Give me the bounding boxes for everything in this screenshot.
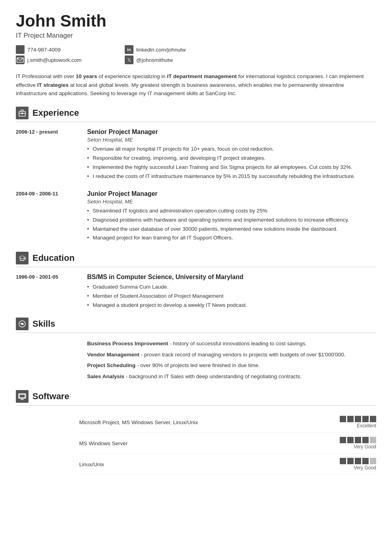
experience-header: Experience xyxy=(16,107,376,122)
skill4-name: Sales Analysis xyxy=(87,373,124,379)
list-item: Vendor Management - proven track record … xyxy=(87,350,376,359)
phone-text: 774-987-4009 xyxy=(27,47,61,53)
exp2-role: Junior Project Manager xyxy=(87,190,376,197)
software-item-1: Microsoft Project, MS Windows Server, Li… xyxy=(79,412,376,433)
exp1-bullets: Oversaw all major hospital IT projects f… xyxy=(87,145,376,181)
software-section: Software Microsoft Project, MS Windows S… xyxy=(16,390,376,475)
dot xyxy=(347,437,354,443)
exp2-content: Junior Project Manager Seton Hospital, M… xyxy=(87,190,376,243)
twitter-icon: 𝕏 xyxy=(125,56,133,64)
contact-twitter: 𝕏 @johnsmithutw xyxy=(125,56,222,64)
rating-dots-1 xyxy=(340,416,376,422)
experience-section: Experience 2006-12 - present Senior Proj… xyxy=(16,107,376,243)
dot xyxy=(362,437,369,443)
software-item-3: Linux/Unix Very Good xyxy=(79,454,376,475)
list-item: Business Process Improvement - history o… xyxy=(87,339,376,348)
rating-dots-3 xyxy=(340,458,376,464)
summary-section: IT Professional with over 10 years of ex… xyxy=(16,72,376,98)
skill3-desc: - over 90% of projects led were finished… xyxy=(137,362,260,368)
education-title: Education xyxy=(32,253,74,263)
software2-label: Very Good xyxy=(354,444,376,450)
skills-section: Skills Business Process Improvement - hi… xyxy=(16,318,376,383)
dot xyxy=(370,416,376,422)
exp2-dates: 2004-09 - 2006-11 xyxy=(16,190,79,243)
dot xyxy=(355,416,361,422)
skills-icon xyxy=(16,318,29,330)
exp1-company: Seton Hospital, ME xyxy=(87,137,376,143)
software3-label: Very Good xyxy=(354,465,376,471)
software1-label: Excellent xyxy=(357,423,376,429)
dot xyxy=(347,458,354,464)
rating-dots-2 xyxy=(340,437,376,443)
list-item: Oversaw all major hospital IT projects f… xyxy=(87,145,376,153)
skill2-name: Vendor Management xyxy=(87,352,139,358)
svg-text:𝕏: 𝕏 xyxy=(127,57,131,63)
education-header: Education xyxy=(16,252,376,267)
list-item: Sales Analysis - background in IT Sales … xyxy=(87,372,376,381)
list-item: Diagnosed problems with hardware and ope… xyxy=(87,216,376,224)
software-header: Software xyxy=(16,390,376,406)
list-item: Managed a student project to develop a w… xyxy=(87,301,376,310)
edu1-degree: BS/MS in Computer Science, University of… xyxy=(87,274,376,281)
edu1-dates: 1996-09 - 2001-05 xyxy=(16,274,79,310)
software2-name: MS Windows Server xyxy=(79,440,337,446)
skills-header: Skills xyxy=(16,318,376,333)
contact-phone: 📞 774-987-4009 xyxy=(16,45,113,54)
software1-rating: Excellent xyxy=(340,416,376,429)
skills-title: Skills xyxy=(32,319,55,329)
exp1-role: Senior Project Manager xyxy=(87,128,376,136)
experience-entry-1: 2006-12 - present Senior Project Manager… xyxy=(16,128,376,182)
list-item: Streamlined IT logistics and administrat… xyxy=(87,207,376,215)
skills-list: Business Process Improvement - history o… xyxy=(87,339,376,383)
dot-empty xyxy=(370,458,376,464)
dot-empty xyxy=(370,437,376,443)
linkedin-icon: in xyxy=(125,45,133,54)
candidate-title: IT Project Manager xyxy=(16,32,376,40)
skill1-name: Business Process Improvement xyxy=(87,341,168,346)
dot xyxy=(347,416,354,422)
contact-linkedin: in linkedin.com/johnutw xyxy=(125,45,222,54)
experience-title: Experience xyxy=(32,108,79,118)
exp1-content: Senior Project Manager Seton Hospital, M… xyxy=(87,128,376,182)
list-item: Member of Student Association of Project… xyxy=(87,292,376,300)
dot xyxy=(340,437,346,443)
software1-name: Microsoft Project, MS Windows Server, Li… xyxy=(79,419,337,425)
phone-icon: 📞 xyxy=(16,45,25,54)
dot xyxy=(362,416,369,422)
skills-content: Business Process Improvement - history o… xyxy=(16,339,376,383)
skill3-name: Project Scheduling xyxy=(87,362,135,368)
linkedin-text: linkedin.com/johnutw xyxy=(136,47,186,53)
education-section: Education 1996-09 - 2001-05 BS/MS in Com… xyxy=(16,252,376,310)
list-item: Graduated Summa Cum Laude. xyxy=(87,283,376,291)
software-item-2: MS Windows Server Very Good xyxy=(79,433,376,454)
resume-header: John Smith IT Project Manager 📞 774-987-… xyxy=(16,12,376,64)
exp2-bullets: Streamlined IT logistics and administrat… xyxy=(87,207,376,243)
skill4-desc: - background in IT Sales with deep under… xyxy=(126,373,302,379)
svg-rect-8 xyxy=(21,113,23,114)
software-icon xyxy=(16,390,29,403)
software2-rating: Very Good xyxy=(340,437,376,450)
candidate-name: John Smith xyxy=(16,12,376,30)
experience-icon xyxy=(16,107,29,119)
email-icon xyxy=(16,56,25,64)
email-text: j.smith@uptowork.com xyxy=(27,57,82,63)
dot xyxy=(362,458,369,464)
dot xyxy=(355,458,361,464)
education-icon xyxy=(16,252,29,264)
software3-rating: Very Good xyxy=(340,458,376,471)
education-entry-1: 1996-09 - 2001-05 BS/MS in Computer Scie… xyxy=(16,274,376,310)
experience-entry-2: 2004-09 - 2006-11 Junior Project Manager… xyxy=(16,190,376,243)
list-item: Managed project for lean training for al… xyxy=(87,234,376,242)
software-title: Software xyxy=(32,391,69,402)
edu1-bullets: Graduated Summa Cum Laude. Member of Stu… xyxy=(87,283,376,310)
software3-name: Linux/Unix xyxy=(79,461,337,467)
contact-grid: 📞 774-987-4009 in linkedin.com/johnutw j… xyxy=(16,45,222,64)
list-item: Responsible for creating, improving, and… xyxy=(87,154,376,163)
edu1-content: BS/MS in Computer Science, University of… xyxy=(87,274,376,310)
svg-rect-15 xyxy=(19,394,25,398)
skill1-desc: - history of successful innovations lead… xyxy=(170,341,307,346)
contact-email: j.smith@uptowork.com xyxy=(16,56,113,64)
list-item: Implemented the highly successful Lean T… xyxy=(87,163,376,172)
list-item: Project Scheduling - over 90% of project… xyxy=(87,361,376,370)
dot xyxy=(340,416,346,422)
